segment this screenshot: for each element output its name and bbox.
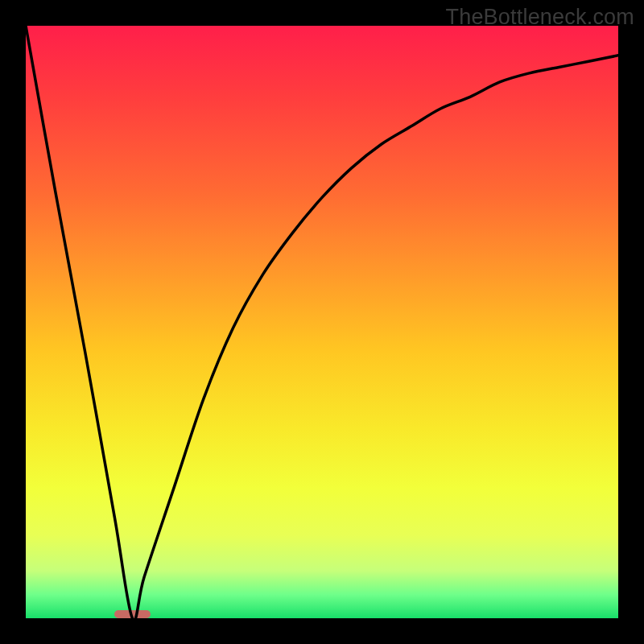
plot-area xyxy=(26,26,618,618)
watermark-text: TheBottleneck.com xyxy=(445,5,634,30)
curve-path xyxy=(26,26,618,618)
bottleneck-curve xyxy=(26,26,618,618)
chart-frame: TheBottleneck.com xyxy=(0,0,644,644)
